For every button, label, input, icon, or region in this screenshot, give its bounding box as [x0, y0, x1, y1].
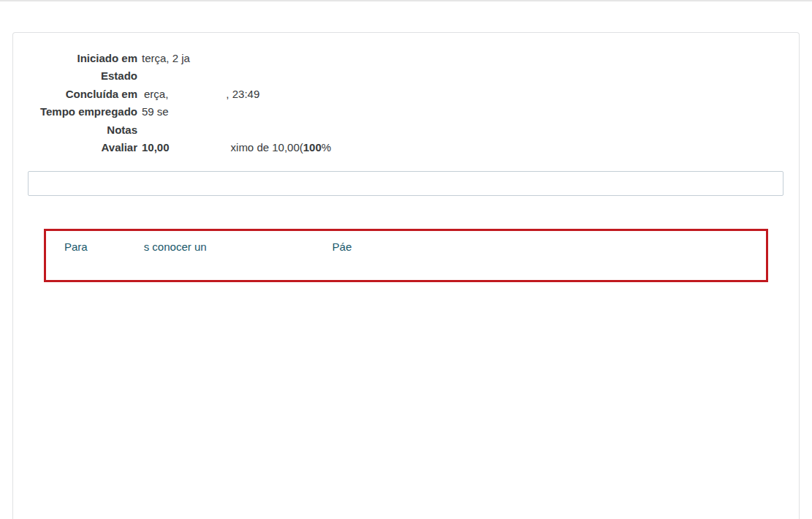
- summary-row-label: Tempo empregado: [13, 103, 137, 121]
- summary-row-value: terça, 2 ja: [142, 50, 799, 67]
- summary-value-fragment: , 23:49: [226, 86, 259, 103]
- summary-row-value: [142, 121, 799, 139]
- summary-value-fragment: 100: [303, 139, 322, 156]
- summary-value-fragment: 59 se: [142, 103, 169, 121]
- summary-value-fragment: ximo de 10,00(: [231, 139, 303, 156]
- summary-row-value: erça,, 23:49: [142, 86, 799, 103]
- summary-value-fragment: %: [322, 139, 331, 156]
- question-link[interactable]: s conocer un: [144, 240, 207, 254]
- question-link[interactable]: Para: [64, 240, 88, 254]
- summary-value-fragment: erça,: [144, 86, 168, 103]
- summary-row-value: [142, 67, 799, 85]
- question-text-line: Paras conocer unPáe: [46, 240, 766, 254]
- summary-row-label: Iniciado em: [13, 50, 137, 67]
- feedback-box: [28, 171, 783, 196]
- summary-value-fragment: terça, 2 ja: [142, 50, 190, 67]
- summary-row: Tempo empregado59 se: [13, 103, 799, 121]
- summary-row: Concluída emerça,, 23:49: [13, 86, 799, 103]
- summary-row-label: Concluída em: [13, 86, 137, 103]
- summary-row: Notas: [13, 121, 799, 139]
- top-navbar-edge: [0, 0, 812, 1]
- summary-row-value: 10,00ximo de 10,00(100%: [142, 139, 799, 156]
- summary-value-fragment: 10,00: [142, 139, 170, 156]
- summary-row: Iniciado emterça, 2 ja: [13, 50, 799, 67]
- summary-row-label: Avaliar: [13, 139, 137, 156]
- summary-row-label: Estado: [13, 67, 137, 85]
- question-alert-box: Paras conocer unPáe: [44, 229, 768, 282]
- summary-row: Avaliar10,00ximo de 10,00(100%: [13, 139, 799, 156]
- summary-row-value: 59 se: [142, 103, 799, 121]
- attempt-summary-table: Iniciado emterça, 2 jaEstadoConcluída em…: [13, 50, 799, 156]
- summary-row-label: Notas: [13, 121, 137, 139]
- quiz-review-card: Iniciado emterça, 2 jaEstadoConcluída em…: [12, 32, 800, 519]
- summary-row: Estado: [13, 67, 799, 85]
- question-link[interactable]: Páe: [333, 240, 352, 254]
